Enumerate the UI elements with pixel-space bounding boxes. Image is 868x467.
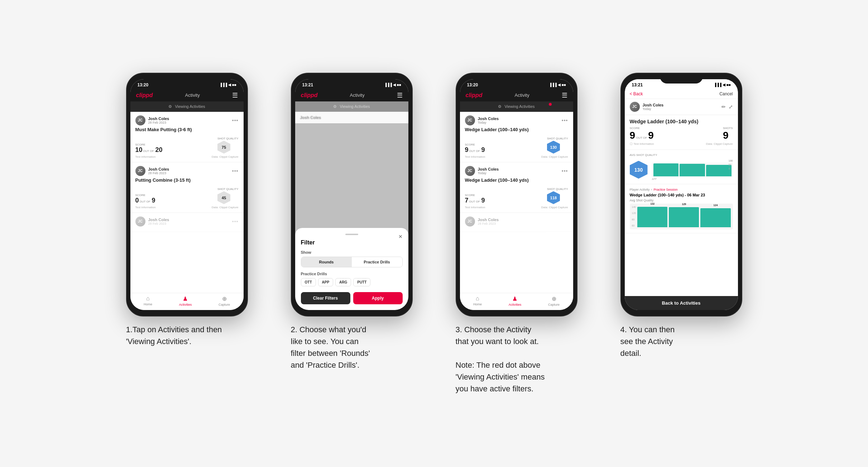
viewing-banner-1[interactable]: ⚙ Viewing Activities [130,101,244,112]
apply-btn[interactable]: Apply [353,292,403,304]
user-info-1-1: JC Josh Coles 28 Feb 2023 [135,115,169,125]
score-label-3-1: Score [465,143,485,146]
bottom-nav-capture-1[interactable]: ⊕ Capture [219,295,230,306]
outof-1-1: OUT OF [143,149,154,153]
drill-tag-app[interactable]: APP [318,278,334,286]
drill-tag-putt[interactable]: PUTT [353,278,370,286]
avatar-3-1: JC [465,115,475,125]
bar-chart-bars-4: 140 120 80 60 132 129 [632,206,731,227]
menu-icon-2[interactable]: ☰ [397,91,403,99]
toggle-rounds[interactable]: Rounds [301,257,352,267]
dots-menu-3-1[interactable]: ••• [562,118,568,123]
phone-screen-4: 13:21 ▐▐▐ ◀ ■■ < Back Cancel JC Josh Col… [625,79,738,310]
activity-card-3-2[interactable]: JC Josh Coles Today ••• Wedge Ladder (10… [460,162,573,213]
phone-frame-1: 13:20 ▐▐▐ ◀ ■■ clippd Activity ☰ ⚙ Viewi… [126,73,248,316]
toggle-drills[interactable]: Practice Drills [352,257,402,267]
phone-frame-2: 13:21 ▐▐▐ ◀ ■■ clippd Activity ☰ ⚙ Viewi… [291,73,413,316]
nav-title-1: Activity [185,92,200,98]
bottom-nav-activities-1[interactable]: ♟ Activities [179,295,192,306]
phone-screen-1: 13:20 ▐▐▐ ◀ ■■ clippd Activity ☰ ⚙ Viewi… [130,79,244,310]
phone-notch-4 [660,73,703,84]
activity-card-3-1[interactable]: JC Josh Coles Today ••• Wedge Ladder (10… [460,112,573,162]
footer-left-3-1: Test Information [465,155,485,158]
bottom-nav-3: ⌂ Home ♟ Activities ⊕ Capture [460,293,573,310]
card-header-1-1: JC Josh Coles 28 Feb 2023 ••• [135,115,239,125]
avatar-1-2: JC [135,166,145,176]
back-btn-4[interactable]: < Back [630,91,643,96]
activity-card-3-3: JC Josh Coles 28 Feb 2023 [460,213,573,232]
user-info-3-3: JC Josh Coles 28 Feb 2023 [465,216,499,227]
capture-icon-3: ⊕ [552,295,556,302]
footer-left-1-1: Test Information [135,155,156,158]
bottom-nav-home-3[interactable]: ⌂ Home [473,295,482,306]
viewing-banner-3[interactable]: ⚙ Viewing Activities [460,101,573,112]
home-label-3: Home [473,302,482,306]
caption-4: 4. You can thensee the Activitydetail. [620,324,742,359]
footer-right-1-1: Data: Clippd Capture [212,155,239,158]
score-num-4: 9 [630,130,636,141]
activities-label-3: Activities [509,303,522,306]
blurred-card-2: Josh Coles [295,112,408,123]
phone-notch-1 [166,73,208,84]
nav-title-2: Activity [350,92,364,98]
drill-tag-ott[interactable]: OTT [301,278,316,286]
logo-2: clippd [301,92,318,99]
activity-title-3-2: Wedge Ladder (100–140 yds) [465,177,568,183]
user-name-1-1: Josh Coles [148,116,169,121]
dots-menu-1-2[interactable]: ••• [232,168,239,174]
dots-menu-1-1[interactable]: ••• [232,118,239,123]
cancel-btn-4[interactable]: Cancel [719,91,733,96]
bottom-nav-capture-3[interactable]: ⊕ Capture [548,295,560,306]
status-time-4: 13:21 [632,82,643,87]
capture-label-3: Capture [548,303,560,306]
user-info-3-1: JC Josh Coles Today [465,115,499,125]
user-date-1-1: 28 Feb 2023 [148,121,169,124]
activities-icon-1: ♟ [183,295,188,302]
user-date-3-2: Today [478,171,499,175]
user-info-3-2: JC Josh Coles Today [465,166,499,176]
phone-frame-4: 13:21 ▐▐▐ ◀ ■■ < Back Cancel JC Josh Col… [620,73,742,316]
close-icon-filter[interactable]: ✕ [398,234,403,239]
caption-text-3: 3. Choose the Activitythat you want to l… [456,325,545,393]
activities-icon-3: ♟ [512,295,517,302]
card-footer-1-2: Test Information Data: Clippd Capture [135,206,239,209]
dots-menu-3-2[interactable]: ••• [562,168,568,174]
test-info-4: ⓘ Test Information Data: Clippd Capture [630,142,733,146]
bar-1-4 [653,163,679,176]
clear-filters-btn[interactable]: Clear Filters [301,292,350,304]
x-label-4: APP [652,178,657,180]
drill-tag-arg[interactable]: ARG [335,278,351,286]
menu-icon-1[interactable]: ☰ [232,91,238,99]
drill-tags: OTT APP ARG PUTT [301,278,403,286]
quality-block-1-2: Shot Quality 45 [217,185,239,204]
status-icons-4: ▐▐▐ ◀ ■■ [714,83,731,87]
card-header-3-2: JC Josh Coles Today ••• [465,166,568,176]
card-header-1-3: JC Josh Coles 28 Feb 2023 ••• [135,216,239,227]
quality-hex-3-1: 130 [547,141,560,154]
phone-col-2: 13:21 ▐▐▐ ◀ ■■ clippd Activity ☰ ⚙ Viewi… [280,73,423,371]
bottom-nav-activities-3[interactable]: ♟ Activities [509,295,522,306]
practice-session-section-4: Player Activity › Practice Session Wedge… [625,184,738,233]
score-label-1-1: Score [135,143,163,146]
user-name-3-3: Josh Coles [478,218,499,222]
activity-card-1-2[interactable]: JC Josh Coles 28 Feb 2023 ••• Putting Co… [130,162,244,213]
stats-row-3-2: Score 7 OUT OF 9 Shot Quality 118 [465,185,568,204]
avatar-1-1: JC [135,115,145,125]
red-dot-3 [549,103,552,106]
edit-icon-4[interactable]: ✏ [721,104,726,110]
phones-row: 13:20 ▐▐▐ ◀ ■■ clippd Activity ☰ ⚙ Viewi… [115,73,753,395]
avatar-1-3: JC [135,216,145,227]
score-display-4: 9 OUT OF 9 [630,130,654,141]
logo-1: clippd [136,92,153,99]
stats-row-1-1: Score 10 OUT OF 20 Shot Quality 75 [135,134,239,154]
back-activities-btn-4[interactable]: Back to Activities [625,296,738,310]
expand-icon-4[interactable]: ⤢ [729,104,733,110]
info-icon-4: ⓘ [630,142,633,146]
home-label-1: Home [144,302,152,306]
detail-title-4: Wedge Ladder (100–140 yds) [630,119,733,124]
user-details-3-1: Josh Coles Today [478,116,499,124]
menu-icon-3[interactable]: ☰ [562,91,567,99]
bottom-nav-home-1[interactable]: ⌂ Home [144,295,152,306]
score-outof-3-2: 7 OUT OF 9 [465,197,485,204]
activity-card-1-1[interactable]: JC Josh Coles 28 Feb 2023 ••• Must Make … [130,112,244,162]
